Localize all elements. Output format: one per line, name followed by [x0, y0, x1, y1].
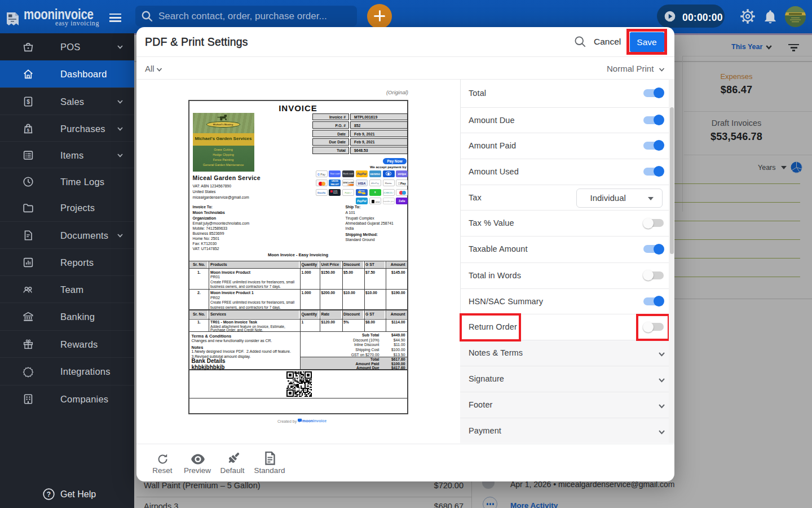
- svg-text:?: ?: [47, 491, 51, 498]
- svg-text:$: $: [27, 98, 30, 104]
- svg-text:$: $: [27, 128, 30, 133]
